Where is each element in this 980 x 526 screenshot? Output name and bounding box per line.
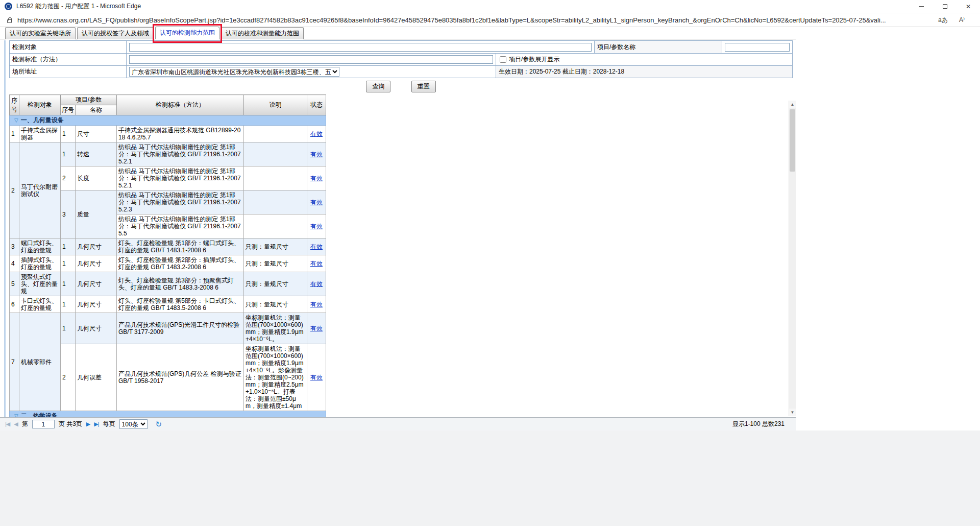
- collapse-icon[interactable]: ▽: [14, 117, 18, 123]
- table-row: 3螺口式灯头、灯座的量规1几何尺寸灯头、灯座检验量规 第1部分：螺口式灯头、灯座…: [10, 238, 326, 255]
- cell-status: 有效: [307, 214, 326, 238]
- cell-param-seq: 1: [61, 255, 76, 272]
- header-status: 状态: [307, 95, 326, 115]
- translate-icon[interactable]: aあ: [938, 16, 948, 25]
- group-row: ▽一、几何量设备: [10, 115, 326, 126]
- tab-calibration-capability[interactable]: 认可的校准和测量能力范围: [221, 27, 304, 39]
- status-link[interactable]: 有效: [310, 175, 323, 182]
- form-buttons: 查询 重置: [9, 78, 793, 94]
- header-param-name: 名称: [76, 105, 117, 115]
- vertical-scrollbar[interactable]: ▲ ▼: [789, 101, 796, 416]
- tab-key-locations[interactable]: 认可的实验室关键场所: [5, 27, 76, 39]
- reset-button[interactable]: 重置: [411, 81, 436, 92]
- first-page-button[interactable]: |◀: [5, 421, 10, 427]
- next-page-button[interactable]: ▶: [86, 421, 90, 427]
- tab-testing-capability-label: 认可的检测能力范围: [160, 29, 215, 36]
- url-text[interactable]: https://www.cnas.org.cn/LAS_FQ/publish/o…: [17, 16, 886, 24]
- cell-note: [244, 190, 307, 214]
- cell-param-name: 几何尺寸: [76, 272, 117, 296]
- cell-param-seq: 2: [61, 166, 76, 190]
- query-button[interactable]: 查询: [366, 81, 390, 92]
- maximize-button[interactable]: [933, 0, 957, 13]
- table-body: ▽一、几何量设备1手持式金属探测器1尺寸手持式金属探测器通用技术规范 GB128…: [10, 115, 326, 423]
- cell-note: 只测：量规尺寸: [244, 238, 307, 255]
- expand-checkbox[interactable]: [500, 56, 506, 63]
- refresh-icon[interactable]: ↻: [156, 420, 162, 428]
- cell-note: 只测：量规尺寸: [244, 272, 307, 296]
- form-row-standard: 检测标准（方法） 项目/参数展开显示: [10, 53, 792, 65]
- status-link[interactable]: 有效: [310, 301, 323, 308]
- status-link[interactable]: 有效: [310, 130, 323, 137]
- lock-icon[interactable]: [7, 19, 12, 23]
- tab-authorized-signatories[interactable]: 认可的授权签字人及领域: [77, 27, 154, 39]
- per-page-select[interactable]: 100条: [119, 419, 148, 429]
- scroll-up-button[interactable]: ▲: [789, 101, 796, 108]
- status-link[interactable]: 有效: [310, 199, 323, 206]
- maximize-icon: [943, 4, 947, 9]
- address-select[interactable]: 广东省深圳市南山区桃源街道珠光社区珠光路珠光创新科技园3栋三楼、五楼，4栋10: [129, 67, 339, 77]
- cell-note: [244, 126, 307, 142]
- page-background-right: [796, 27, 980, 431]
- cell-object-name: 插脚式灯头、灯座的量规: [19, 255, 61, 272]
- param-name-input[interactable]: [725, 43, 790, 52]
- cell-object-name: 马丁代尔耐磨测试仪: [19, 142, 61, 238]
- cell-status: 有效: [307, 142, 326, 166]
- header-param-seq: 序号: [61, 105, 76, 115]
- scrollbar-thumb[interactable]: [790, 109, 795, 172]
- standard-input-cell: [126, 54, 496, 65]
- last-page-button[interactable]: ▶|: [94, 421, 99, 427]
- group-title: 一、几何量设备: [21, 116, 64, 124]
- standard-input[interactable]: [129, 55, 493, 64]
- cell-standard: 灯头、灯座检验量规 第2部分：插脚式灯头、灯座的量规 GB/T 1483.2-2…: [117, 255, 244, 272]
- cell-standard: 灯头、灯座检验量规 第5部分：卡口式灯头、灯座的量规 GB/T 1483.5-2…: [117, 296, 244, 313]
- cell-param-seq: 3: [61, 190, 76, 238]
- table-row: 2马丁代尔耐磨测试仪1转速纺织品 马丁代尔法织物耐磨性的测定 第1部分：马丁代尔…: [10, 142, 326, 166]
- table-row: 1手持式金属探测器1尺寸手持式金属探测器通用技术规范 GB12899-2018 …: [10, 126, 326, 142]
- cell-object-seq: 6: [10, 296, 19, 313]
- cell-param-name: 几何尺寸: [76, 296, 117, 313]
- cell-object-name: 手持式金属探测器: [19, 126, 61, 142]
- status-link[interactable]: 有效: [310, 260, 323, 267]
- cell-param-seq: 1: [61, 272, 76, 296]
- cell-status: 有效: [307, 272, 326, 296]
- table-row: 4插脚式灯头、灯座的量规1几何尺寸灯头、灯座检验量规 第2部分：插脚式灯头、灯座…: [10, 255, 326, 272]
- page-number-input[interactable]: [32, 420, 55, 428]
- header-seq: 序号: [10, 95, 19, 115]
- tab-testing-capability[interactable]: 认可的检测能力范围: [155, 27, 219, 39]
- scroll-down-button[interactable]: ▼: [789, 409, 796, 416]
- cell-note: 坐标测量机法：测量范围(700×1000×600)mm；测量精度1.9μm+4×…: [244, 344, 307, 411]
- cell-standard: 纺织品 马丁代尔法织物耐磨性的测定 第1部分：马丁代尔耐磨试验仪 GB/T 21…: [117, 214, 244, 238]
- window-controls: ✕: [910, 0, 980, 13]
- cell-status: 有效: [307, 255, 326, 272]
- cell-param-name: 几何尺寸: [76, 238, 117, 255]
- cell-param-name: 几何误差: [76, 344, 117, 411]
- minimize-button[interactable]: [910, 0, 933, 13]
- status-link[interactable]: 有效: [310, 223, 323, 230]
- page-prefix: 第: [22, 420, 28, 428]
- form-row-address: 场所地址 广东省深圳市南山区桃源街道珠光社区珠光路珠光创新科技园3栋三楼、五楼，…: [10, 65, 792, 78]
- cell-object-seq: 7: [10, 313, 19, 411]
- cell-note: [244, 142, 307, 166]
- scrollbar-track[interactable]: [789, 108, 796, 409]
- close-button[interactable]: ✕: [957, 0, 980, 13]
- cell-param-name: 几何尺寸: [76, 255, 117, 272]
- status-link[interactable]: 有效: [310, 374, 323, 381]
- object-input[interactable]: [129, 43, 592, 52]
- object-input-cell: [126, 41, 594, 53]
- cell-note: 只测：量规尺寸: [244, 296, 307, 313]
- header-note: 说明: [244, 95, 307, 115]
- cell-standard: 纺织品 马丁代尔法织物耐磨性的测定 第1部分：马丁代尔耐磨试验仪 GB/T 21…: [117, 166, 244, 190]
- cell-status: 有效: [307, 296, 326, 313]
- status-link[interactable]: 有效: [310, 243, 323, 250]
- url-bar[interactable]: https://www.cnas.org.cn/LAS_FQ/publish/o…: [0, 13, 980, 27]
- cell-param-name: 转速: [76, 142, 117, 166]
- cell-note: [244, 214, 307, 238]
- status-link[interactable]: 有效: [310, 151, 323, 158]
- minimize-icon: [919, 6, 924, 7]
- status-link[interactable]: 有效: [310, 280, 323, 288]
- read-aloud-icon[interactable]: A⁾: [959, 16, 965, 23]
- cell-standard: 灯头、灯座检验量规 第1部分：螺口式灯头、灯座的量规 GB/T 1483.1-2…: [117, 238, 244, 255]
- prev-page-button[interactable]: ◀: [14, 421, 17, 427]
- status-link[interactable]: 有效: [310, 325, 323, 332]
- cell-standard: 纺织品 马丁代尔法织物耐磨性的测定 第1部分：马丁代尔耐磨试验仪 GB/T 21…: [117, 142, 244, 166]
